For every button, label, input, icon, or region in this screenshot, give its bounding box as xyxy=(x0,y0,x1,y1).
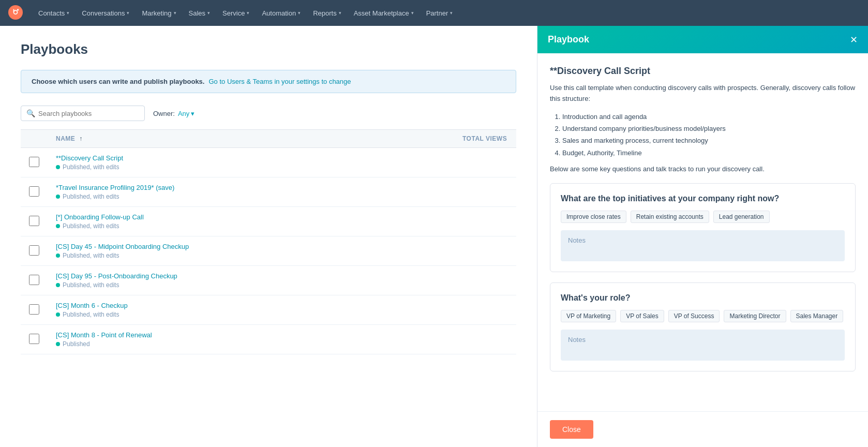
step-item-2: Sales and marketing process, current tec… xyxy=(562,135,856,146)
status-dot-icon xyxy=(56,342,60,346)
playbook-views-0 xyxy=(454,148,516,177)
row-checkbox-5[interactable] xyxy=(29,304,39,315)
chevron-down-icon: ▾ xyxy=(207,10,210,16)
step-item-0: Introduction and call agenda xyxy=(562,111,856,123)
svg-point-0 xyxy=(8,5,23,20)
table-row: [CS] Day 95 - Post-Onboarding Checkup Pu… xyxy=(21,266,516,295)
playbook-status-5: Published, with edits xyxy=(56,311,446,318)
table-row: [CS] Month 6 - Checkup Published, with e… xyxy=(21,295,516,325)
chevron-down-icon: ▾ xyxy=(127,10,129,16)
status-dot-icon xyxy=(56,283,60,287)
close-button[interactable]: Close xyxy=(550,420,593,439)
row-checkbox-3[interactable] xyxy=(29,245,39,256)
question-1-text: What are the top initiatives at your com… xyxy=(561,194,845,203)
info-banner: Choose which users can write and publish… xyxy=(21,70,516,93)
q1-tag-1[interactable]: Retain existing accounts xyxy=(631,211,709,223)
owner-label: Owner: xyxy=(153,110,175,117)
playbook-status-2: Published, with edits xyxy=(56,222,446,230)
table-row: [CS] Day 45 - Midpoint Onboarding Checku… xyxy=(21,236,516,266)
search-icon: 🔍 xyxy=(26,109,35,117)
chevron-down-icon: ▾ xyxy=(174,10,176,16)
playbook-main-title: **Discovery Call Script xyxy=(550,66,856,77)
banner-bold-text: Choose which users can write and publish… xyxy=(32,78,204,85)
q2-tag-3[interactable]: Marketing Director xyxy=(724,310,786,322)
playbook-name-2[interactable]: [*] Onboarding Follow-up Call xyxy=(56,213,446,221)
nav-item-automation[interactable]: Automation ▾ xyxy=(257,6,306,20)
playbook-name-5[interactable]: [CS] Month 6 - Checkup xyxy=(56,302,446,309)
status-dot-icon xyxy=(56,254,60,258)
playbook-views-6 xyxy=(454,325,516,354)
playbook-description-intro: Use this call template when conducting d… xyxy=(550,83,856,105)
table-row: **Discovery Call Script Published, with … xyxy=(21,148,516,177)
panel-footer: Close xyxy=(537,411,868,447)
question-1-notes[interactable]: Notes xyxy=(561,230,845,261)
step-item-3: Budget, Authority, Timeline xyxy=(562,147,856,159)
row-checkbox-6[interactable] xyxy=(29,334,39,344)
table-body: **Discovery Call Script Published, with … xyxy=(21,148,516,354)
nav-item-sales[interactable]: Sales ▾ xyxy=(184,6,216,20)
playbook-status-3: Published, with edits xyxy=(56,252,446,259)
chevron-down-icon: ▾ xyxy=(298,10,301,16)
playbook-name-3[interactable]: [CS] Day 45 - Midpoint Onboarding Checku… xyxy=(56,243,446,250)
row-checkbox-0[interactable] xyxy=(29,157,39,167)
sort-arrow-icon: ↑ xyxy=(79,135,83,142)
playbook-views-2 xyxy=(454,207,516,236)
nav-item-asset-marketplace[interactable]: Asset Marketplace ▾ xyxy=(349,6,419,20)
nav-item-marketing[interactable]: Marketing ▾ xyxy=(137,6,181,20)
status-dot-icon xyxy=(56,312,60,317)
panel-close-button[interactable]: ✕ xyxy=(850,35,858,44)
playbooks-table: NAME ↑ TOTAL VIEWS **Discovery Call Scri… xyxy=(21,129,516,354)
nav-item-contacts[interactable]: Contacts ▾ xyxy=(33,6,74,20)
playbook-name-0[interactable]: **Discovery Call Script xyxy=(56,154,446,162)
playbook-views-3 xyxy=(454,236,516,266)
owner-filter: Owner: Any ▾ xyxy=(153,110,194,117)
search-box[interactable]: 🔍 xyxy=(21,106,145,121)
q1-tag-0[interactable]: Improve close rates xyxy=(561,211,626,223)
chevron-down-icon: ▾ xyxy=(191,110,194,117)
col-header-name[interactable]: NAME ↑ xyxy=(48,130,454,148)
q2-tag-2[interactable]: VP of Success xyxy=(668,310,720,322)
panel-title: Playbook xyxy=(548,34,589,45)
nav-item-reports[interactable]: Reports ▾ xyxy=(308,6,347,20)
banner-link-text[interactable]: Go to Users & Teams in your settings to … xyxy=(208,78,351,85)
chevron-down-icon: ▾ xyxy=(247,10,249,16)
owner-value-dropdown[interactable]: Any ▾ xyxy=(178,110,194,117)
row-checkbox-2[interactable] xyxy=(29,216,39,226)
question-2-text: What's your role? xyxy=(561,293,845,303)
chevron-down-icon: ▾ xyxy=(67,10,69,16)
playbook-name-4[interactable]: [CS] Day 95 - Post-Onboarding Checkup xyxy=(56,272,446,280)
right-panel: Playbook ✕ **Discovery Call Script Use t… xyxy=(537,26,868,447)
playbook-status-4: Published, with edits xyxy=(56,281,446,289)
playbook-status-6: Published xyxy=(56,340,446,348)
nav-item-conversations[interactable]: Conversations ▾ xyxy=(77,6,134,20)
panel-body: **Discovery Call Script Use this call te… xyxy=(537,53,868,411)
svg-point-1 xyxy=(17,9,19,11)
question-1-tags: Improve close ratesRetain existing accou… xyxy=(561,211,845,223)
status-dot-icon xyxy=(56,195,60,199)
table-header: NAME ↑ TOTAL VIEWS xyxy=(21,130,516,148)
chevron-down-icon: ▾ xyxy=(411,10,414,16)
page-title: Playbooks xyxy=(21,41,516,57)
playbook-views-4 xyxy=(454,266,516,295)
playbook-name-6[interactable]: [CS] Month 8 - Point of Renewal xyxy=(56,331,446,339)
left-panel: Playbooks Choose which users can write a… xyxy=(0,26,537,447)
playbook-steps-list: Introduction and call agendaUnderstand c… xyxy=(562,111,856,159)
hubspot-logo[interactable] xyxy=(8,5,23,21)
nav-items: Contacts ▾ Conversations ▾ Marketing ▾ S… xyxy=(33,6,458,20)
row-checkbox-1[interactable] xyxy=(29,186,39,197)
nav-item-service[interactable]: Service ▾ xyxy=(217,6,255,20)
q1-tag-2[interactable]: Lead generation xyxy=(713,211,770,223)
playbook-name-1[interactable]: *Travel Insurance Profiling 2019* (save) xyxy=(56,184,446,191)
search-input[interactable] xyxy=(38,110,139,117)
nav-item-partner[interactable]: Partner ▾ xyxy=(421,6,458,20)
q2-tag-1[interactable]: VP of Sales xyxy=(620,310,664,322)
q2-tag-0[interactable]: VP of Marketing xyxy=(561,310,616,322)
q2-tag-4[interactable]: Sales Manager xyxy=(790,310,844,322)
question-2-tags: VP of MarketingVP of SalesVP of SuccessM… xyxy=(561,310,845,322)
playbook-subtext: Below are some key questions and talk tr… xyxy=(550,165,856,173)
row-checkbox-4[interactable] xyxy=(29,275,39,285)
search-row: 🔍 Owner: Any ▾ xyxy=(21,106,516,121)
chevron-down-icon: ▾ xyxy=(339,10,341,16)
nav-bar: Contacts ▾ Conversations ▾ Marketing ▾ S… xyxy=(0,0,868,26)
question-2-notes[interactable]: Notes xyxy=(561,330,845,361)
